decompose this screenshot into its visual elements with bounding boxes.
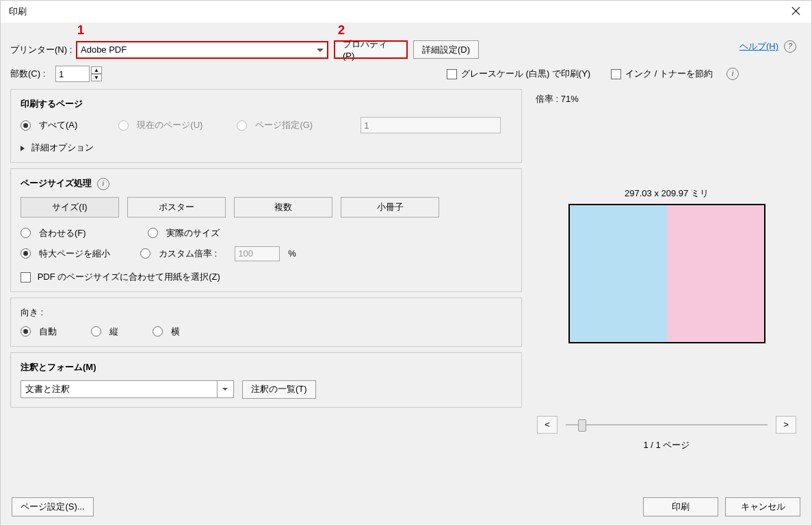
print-button[interactable]: 印刷 <box>643 497 718 516</box>
pages-range-label: ページ指定(G) <box>255 119 313 131</box>
pages-all-label: すべて(A) <box>39 119 77 131</box>
size-tab-booklet[interactable]: 小冊子 <box>341 197 439 218</box>
orient-auto-radio[interactable] <box>21 326 31 337</box>
preview-dimensions: 297.03 x 209.97 ミリ <box>536 187 798 200</box>
size-tab-size[interactable]: サイズ(I) <box>21 197 119 218</box>
orientation-panel: 向き : 自動 縦 横 <box>10 298 522 347</box>
custom-scale-radio[interactable] <box>140 248 150 259</box>
pages-current-label: 現在のページ(U) <box>137 119 202 131</box>
fit-radio[interactable] <box>21 228 31 238</box>
pages-range-radio[interactable] <box>237 120 247 131</box>
size-tab-multi[interactable]: 複数 <box>234 197 332 218</box>
pages-panel-title: 印刷するページ <box>21 98 512 110</box>
titlebar: 印刷 <box>1 1 811 23</box>
pages-range-input[interactable] <box>361 117 501 133</box>
printer-label: プリンター(N) : <box>10 44 76 56</box>
chevron-down-icon <box>222 388 228 391</box>
copies-input[interactable] <box>55 66 90 82</box>
callout-1: 1 <box>77 23 84 38</box>
dialog-title: 印刷 <box>9 5 803 18</box>
size-tab-poster[interactable]: ポスター <box>127 197 226 218</box>
chevron-down-icon <box>317 49 324 52</box>
info-icon[interactable]: i <box>97 178 109 190</box>
help-link[interactable]: ヘルプ(H) <box>739 40 778 53</box>
orientation-title: 向き : <box>21 306 512 319</box>
printer-dropdown-value: Adobe PDF <box>81 44 127 55</box>
page-setup-button[interactable]: ページ設定(S)... <box>12 497 94 516</box>
advanced-button[interactable]: 詳細設定(D) <box>413 40 479 59</box>
copies-label: 部数(C) : <box>10 68 55 80</box>
annotations-panel: 注釈とフォーム(M) 文書と注釈 注釈の一覧(T) <box>10 352 522 408</box>
slider-thumb[interactable] <box>578 419 586 432</box>
preview-left-page <box>570 205 667 342</box>
orient-landscape-radio[interactable] <box>153 326 163 337</box>
pages-panel: 印刷するページ すべて(A) 現在のページ(U) ページ指定(G) <box>10 89 522 163</box>
size-panel: ページサイズ処理 i サイズ(I) ポスター 複数 小冊子 合わせる(F) 実際… <box>10 168 522 292</box>
preview-prev-button[interactable]: < <box>537 416 558 434</box>
actual-radio[interactable] <box>148 228 158 238</box>
size-panel-title: ページサイズ処理 i <box>21 177 512 190</box>
save-ink-label: インク / トナーを節約 <box>625 68 713 80</box>
orient-portrait-radio[interactable] <box>91 326 101 337</box>
page-indicator: 1 / 1 ページ <box>536 439 798 451</box>
preview-next-button[interactable]: > <box>776 416 796 434</box>
callout-2: 2 <box>338 23 345 38</box>
preview-area: 倍率 : 71% 297.03 x 209.97 ミリ < > 1 / 1 ペー… <box>532 89 802 450</box>
footer: ページ設定(S)... 印刷 キャンセル <box>1 488 811 526</box>
annotations-title: 注釈とフォーム(M) <box>21 361 512 373</box>
scale-label: 倍率 : 71% <box>536 93 798 105</box>
close-icon[interactable] <box>791 5 802 16</box>
save-ink-checkbox[interactable] <box>611 69 621 79</box>
spinner-up-icon[interactable]: ▲ <box>91 66 102 74</box>
expand-options[interactable]: 詳細オプション <box>21 142 512 154</box>
pages-current-radio[interactable] <box>118 120 129 131</box>
pages-all-radio[interactable] <box>21 120 31 131</box>
pdf-size-checkbox[interactable] <box>21 272 31 282</box>
grayscale-label: グレースケール (白黒) で印刷(Y) <box>461 68 590 80</box>
dialog-body: 1 2 プリンター(N) : Adobe PDF プロパティ(P) 詳細設定(D… <box>1 23 811 526</box>
shrink-radio[interactable] <box>21 248 31 259</box>
spinner-down-icon[interactable]: ▼ <box>91 74 102 81</box>
grayscale-checkbox[interactable] <box>447 69 457 79</box>
cancel-button[interactable]: キャンセル <box>725 497 800 516</box>
printer-dropdown[interactable]: Adobe PDF <box>76 41 328 59</box>
annotations-combo[interactable]: 文書と注釈 <box>21 380 234 398</box>
preview-slider[interactable] <box>566 417 768 432</box>
triangle-right-icon <box>21 146 25 151</box>
info-icon[interactable]: i <box>726 68 739 80</box>
preview-right-page <box>667 205 764 342</box>
properties-button[interactable]: プロパティ(P) <box>334 40 408 59</box>
copies-spinner[interactable]: ▲ ▼ <box>91 66 102 81</box>
custom-scale-input[interactable] <box>235 246 280 261</box>
annotations-list-button[interactable]: 注釈の一覧(T) <box>242 380 316 399</box>
help-info-icon[interactable]: ? <box>784 40 796 53</box>
preview-box <box>568 204 765 343</box>
